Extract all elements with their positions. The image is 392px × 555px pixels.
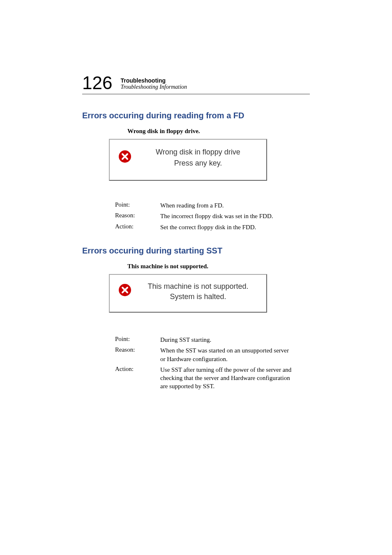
dialog-line-2: Press any key. <box>174 159 222 168</box>
info-row-point: Point: During SST starting. <box>115 336 310 344</box>
info-label-reason: Reason: <box>115 346 160 363</box>
info-value-reason: When the SST was started on an unsupport… <box>160 346 292 363</box>
dialog-text-block: Wrong disk in floppy drive Press any key… <box>138 148 258 168</box>
info-row-point: Point: When reading from a FD. <box>115 201 310 210</box>
info-row-reason: Reason: When the SST was started on an u… <box>115 346 310 363</box>
error-icon <box>118 150 132 165</box>
info-label-point: Point: <box>115 336 160 344</box>
info-value-reason: The incorrect floppy disk was set in the… <box>160 212 273 220</box>
page-content: 126 Troubleshooting Troubleshooting Info… <box>0 0 392 391</box>
page-header: 126 Troubleshooting Troubleshooting Info… <box>82 74 310 94</box>
info-label-action: Action: <box>115 223 160 231</box>
info-label-reason: Reason: <box>115 212 160 220</box>
info-label-point: Point: <box>115 201 160 210</box>
error-title-wrong-disk: Wrong disk in floppy drive. <box>127 128 310 135</box>
dialog-line-1: This machine is not supported. <box>138 281 258 292</box>
info-row-action: Action: Set the correct floppy disk in t… <box>115 223 310 231</box>
dialog-text-block: This machine is not supported. System is… <box>138 281 258 302</box>
info-value-point: When reading from a FD. <box>160 201 224 210</box>
dialog-line-1: Wrong disk in floppy drive <box>156 148 240 157</box>
info-value-action: Set the correct floppy disk in the FDD. <box>160 223 256 231</box>
info-row-reason: Reason: The incorrect floppy disk was se… <box>115 212 310 220</box>
header-subtitle: Troubleshooting Information <box>120 84 187 90</box>
page-number: 126 <box>82 74 112 92</box>
error-title-not-supported: This machine is not supported. <box>127 263 310 270</box>
info-label-action: Action: <box>115 366 160 391</box>
dialog-wrong-disk: Wrong disk in floppy drive Press any key… <box>109 139 267 181</box>
dialog-line-2: System is halted. <box>138 292 258 302</box>
info-table-sst: Point: During SST starting. Reason: When… <box>115 336 310 391</box>
section-heading-sst-error: Errors occuring during starting SST <box>82 246 310 256</box>
info-value-point: During SST starting. <box>160 336 211 344</box>
error-icon <box>118 283 132 299</box>
header-text-block: Troubleshooting Troubleshooting Informat… <box>120 77 187 92</box>
dialog-not-supported: This machine is not supported. System is… <box>109 274 267 313</box>
info-table-fd: Point: When reading from a FD. Reason: T… <box>115 201 310 231</box>
header-title: Troubleshooting <box>120 77 187 84</box>
section-heading-fd-error: Errors occuring during reading from a FD <box>82 111 310 120</box>
info-value-action: Use SST after turning off the power of t… <box>160 366 292 391</box>
info-row-action: Action: Use SST after turning off the po… <box>115 366 310 391</box>
